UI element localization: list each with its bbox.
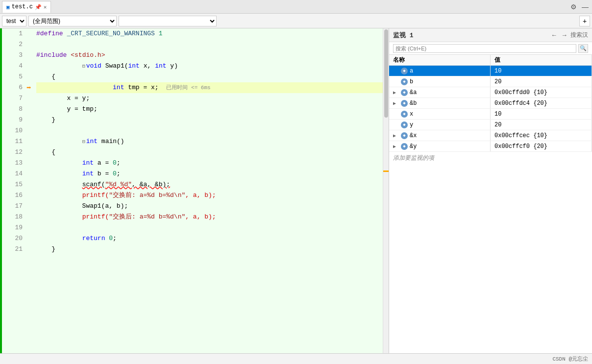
- watch-back-btn[interactable]: ←: [550, 31, 558, 39]
- scrollbar-thumb[interactable]: [384, 29, 388, 118]
- code-line-17: Swap1(a, b);: [36, 201, 383, 212]
- ln-10: 10: [2, 125, 23, 136]
- tab-label: test.c: [12, 3, 33, 10]
- scroll-marker: [383, 170, 389, 172]
- pin-icon: 📌: [35, 4, 42, 10]
- watch-label-addr-a: &a: [410, 89, 417, 96]
- watch-value-addr-b: 0x00cffdc4 {20}: [491, 98, 592, 108]
- code-line-9: }: [36, 115, 383, 125]
- gutter: ➡: [26, 28, 36, 353]
- ln-11: 11: [2, 136, 23, 147]
- scope-range-select[interactable]: (全局范围): [28, 16, 117, 26]
- watch-value-addr-y: 0x00cffcf0 {20}: [491, 141, 592, 151]
- code-line-16: printf("交换前: a=%d b=%d\n", a, b);: [36, 190, 383, 201]
- tab-list: ▣ test.c 📌 ✕: [2, 1, 51, 13]
- symbol-select[interactable]: [119, 16, 217, 26]
- line1-macro: #define _CRT_SECURE_NO_WARNINGS 1: [36, 28, 162, 39]
- close-icon[interactable]: ✕: [44, 4, 47, 10]
- line9-brace: }: [36, 115, 55, 125]
- ln-16: 16: [2, 190, 23, 201]
- ln-20: 20: [2, 233, 23, 244]
- watch-panel: 监视 1 ← → 搜索汉 🔍 名称 值 ◆: [389, 28, 592, 353]
- line21-brace: }: [36, 244, 55, 255]
- editor-scrollbar[interactable]: [383, 28, 389, 353]
- watch-name-addr-y: ▶ ◆ &y: [389, 141, 491, 151]
- watch-search-bar: 🔍: [389, 42, 592, 55]
- watch-value-b: 20: [491, 76, 592, 87]
- status-bar: CSDN @元忘尘: [0, 353, 592, 364]
- code-line-21: }: [36, 244, 383, 255]
- watch-row-addr-y[interactable]: ▶ ◆ &y 0x00cffcf0 {20}: [389, 141, 592, 152]
- watch-row-addr-b[interactable]: ▶ ◆ &b 0x00cffdc4 {20}: [389, 98, 592, 109]
- code-line-14: int b = 0;: [36, 169, 383, 179]
- watch-row-y[interactable]: ◆ y 20: [389, 120, 592, 130]
- tab-bar: ▣ test.c 📌 ✕ ⚙ —: [0, 0, 592, 14]
- code-line-7: x = y;: [36, 93, 383, 104]
- code-lines[interactable]: #define _CRT_SECURE_NO_WARNINGS 1 #inclu…: [36, 28, 383, 353]
- line15-code: scanf("%d %d", &a, &b);: [36, 179, 170, 190]
- settings-icon[interactable]: ⚙: [569, 3, 578, 11]
- ln-7: 7: [2, 93, 23, 104]
- watch-row-b[interactable]: ◆ b 20: [389, 76, 592, 87]
- watch-col-value: 值: [491, 55, 592, 65]
- watch-toolbar: ← → 搜索汉: [550, 31, 588, 39]
- watch-title: 监视 1: [393, 31, 414, 40]
- file-icon: ▣: [6, 4, 10, 10]
- code-line-20: return 0;: [36, 233, 383, 244]
- watch-table-header: 名称 值: [389, 55, 592, 66]
- ln-9: 9: [2, 115, 23, 125]
- code-line-19: [36, 222, 383, 233]
- watch-label-x: x: [410, 111, 413, 118]
- tab-test-c[interactable]: ▣ test.c 📌 ✕: [2, 1, 51, 13]
- watch-header: 监视 1 ← → 搜索汉: [389, 28, 592, 42]
- watch-label-y: y: [410, 121, 413, 128]
- watch-search-result: 搜索汉: [570, 31, 588, 39]
- watch-row-x[interactable]: ◆ x 10: [389, 109, 592, 120]
- watch-label-addr-y: &y: [410, 143, 417, 150]
- watch-icon-addr-b: ◆: [401, 100, 408, 107]
- ln-12: 12: [2, 147, 23, 158]
- watch-value-a: 10: [491, 66, 592, 76]
- watch-name-y: ◆ y: [389, 120, 491, 130]
- watch-value-addr-a: 0x00cffdd0 {10}: [491, 87, 592, 97]
- watch-icon-addr-a: ◆: [401, 89, 408, 96]
- add-button[interactable]: +: [579, 16, 590, 26]
- minimize-icon[interactable]: —: [580, 3, 590, 11]
- watch-forward-btn[interactable]: →: [560, 31, 568, 39]
- watch-icon-a: ◆: [401, 68, 408, 74]
- watch-name-addr-a: ▶ ◆ &a: [389, 87, 491, 97]
- watch-search-input[interactable]: [393, 44, 576, 53]
- ln-15: 15: [2, 179, 23, 190]
- watch-expand-addr-a: ▶: [393, 90, 399, 96]
- code-line-18: printf("交换后: a=%d b=%d\n", a, b);: [36, 212, 383, 222]
- watch-table: ◆ a 10 ◆ b 20 ▶ ◆ &a: [389, 66, 592, 353]
- code-line-15: scanf("%d %d", &a, &b);: [36, 179, 383, 190]
- watch-add-row[interactable]: 添加要监视的项: [389, 152, 592, 164]
- code-content: 1 2 3 4 5 6 7 8 9 10 11 12 13 14 15 16 1…: [0, 28, 389, 353]
- watch-row-a[interactable]: ◆ a 10: [389, 66, 592, 76]
- ln-13: 13: [2, 158, 23, 169]
- watch-label-a: a: [410, 68, 413, 74]
- watch-label-addr-x: &x: [410, 132, 417, 139]
- watch-name-addr-x: ▶ ◆ &x: [389, 130, 491, 141]
- ln-19: 19: [2, 222, 23, 233]
- line-numbers: 1 2 3 4 5 6 7 8 9 10 11 12 13 14 15 16 1…: [2, 28, 26, 353]
- watch-icon-addr-y: ◆: [401, 143, 408, 150]
- watch-row-addr-x[interactable]: ▶ ◆ &x 0x00cffcec {10}: [389, 130, 592, 141]
- watch-expand-addr-y: ▶: [393, 144, 399, 149]
- ln-18: 18: [2, 212, 23, 222]
- watch-row-addr-a[interactable]: ▶ ◆ &a 0x00cffdd0 {10}: [389, 87, 592, 98]
- ln-5: 5: [2, 72, 23, 82]
- code-line-13: int a = 0;: [36, 158, 383, 169]
- status-credit: CSDN @元忘尘: [552, 355, 588, 363]
- scope-select[interactable]: test: [2, 16, 26, 26]
- code-editor[interactable]: 1 2 3 4 5 6 7 8 9 10 11 12 13 14 15 16 1…: [0, 28, 389, 353]
- watch-search-icon-btn[interactable]: 🔍: [578, 44, 588, 53]
- main-area: 1 2 3 4 5 6 7 8 9 10 11 12 13 14 15 16 1…: [0, 28, 592, 353]
- line20-code: return 0;: [36, 233, 117, 244]
- watch-icon-b: ◆: [401, 78, 408, 85]
- watch-name-x: ◆ x: [389, 109, 491, 119]
- watch-value-x: 10: [491, 109, 592, 119]
- code-line-1: #define _CRT_SECURE_NO_WARNINGS 1: [36, 28, 383, 39]
- code-line-6: int tmp = x; 已用时间 <= 6ms: [36, 82, 383, 93]
